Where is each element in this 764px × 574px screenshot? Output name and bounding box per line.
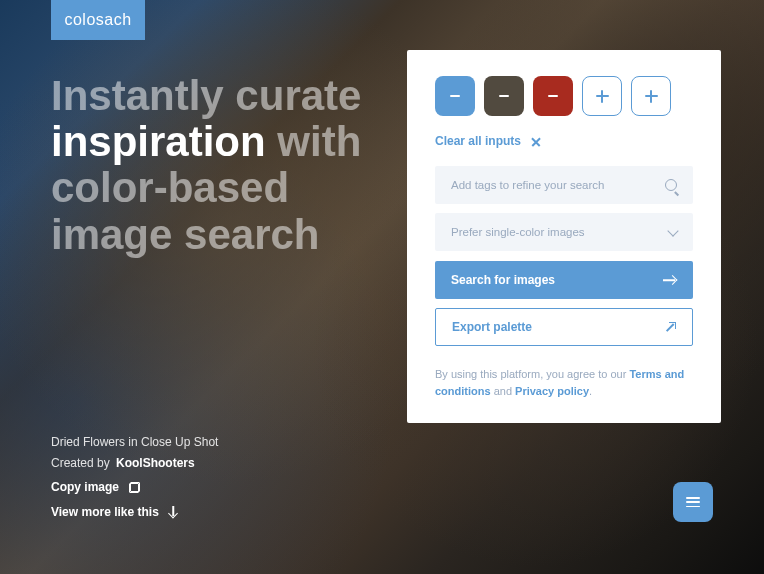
clear-inputs-button[interactable]: Clear all inputs [435,134,693,148]
tags-input[interactable]: Add tags to refine your search [435,166,693,204]
search-button-label: Search for images [451,273,555,287]
arrow-right-icon [663,276,677,284]
view-more-label: View more like this [51,502,159,522]
copy-image-label: Copy image [51,477,119,497]
minus-icon [548,95,558,97]
brand-name: colosach [64,11,131,29]
tags-placeholder: Add tags to refine your search [451,179,604,191]
preference-select[interactable]: Prefer single-color images [435,213,693,251]
chevron-down-icon [667,225,678,236]
add-color-swatch[interactable] [631,76,671,116]
preference-label: Prefer single-color images [451,226,585,238]
view-more-button[interactable]: View more like this [51,502,218,522]
page-heading: Instantly curate inspiration with color-… [51,73,391,258]
legal-prefix: By using this platform, you agree to our [435,368,629,380]
color-swatch-2[interactable] [484,76,524,116]
close-icon [531,137,540,146]
heading-part1: Instantly curate [51,72,361,119]
plus-icon [645,90,658,103]
legal-suffix: . [589,385,592,397]
export-button[interactable]: Export palette [435,308,693,346]
copy-image-button[interactable]: Copy image [51,477,218,497]
brand-logo[interactable]: colosach [51,0,145,40]
privacy-link[interactable]: Privacy policy [515,385,589,397]
color-swatch-3[interactable] [533,76,573,116]
search-button[interactable]: Search for images [435,261,693,299]
image-creator: Created by KoolShooters [51,453,218,473]
add-color-swatch[interactable] [582,76,622,116]
creator-name[interactable]: KoolShooters [116,456,195,470]
menu-fab[interactable] [673,482,713,522]
minus-icon [450,95,460,97]
search-icon [665,179,677,191]
plus-icon [596,90,609,103]
color-swatch-1[interactable] [435,76,475,116]
minus-icon [499,95,509,97]
color-swatch-row [435,76,693,116]
image-title: Dried Flowers in Close Up Shot [51,432,218,452]
arrow-up-right-icon [666,322,676,332]
menu-icon [686,497,700,507]
copy-icon [129,482,140,493]
image-metadata: Dried Flowers in Close Up Shot Created b… [51,432,218,522]
search-panel: Clear all inputs Add tags to refine your… [407,50,721,423]
clear-inputs-label: Clear all inputs [435,134,521,148]
export-button-label: Export palette [452,320,532,334]
heading-highlight: inspiration [51,118,266,165]
legal-text: By using this platform, you agree to our… [435,366,693,399]
arrow-down-icon [169,506,178,518]
created-by-label: Created by [51,456,110,470]
legal-middle: and [491,385,515,397]
